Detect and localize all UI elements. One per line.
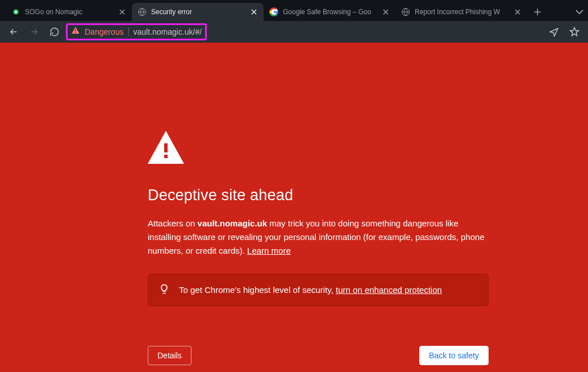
body-prefix: Attackers on (148, 218, 198, 228)
send-icon[interactable] (545, 23, 563, 41)
svg-point-2 (15, 11, 17, 13)
details-button[interactable]: Details (148, 346, 191, 365)
url-text: vault.nomagic.uk/#/ (134, 27, 202, 36)
body-domain: vault.nomagic.uk (198, 218, 268, 228)
globe-icon (137, 7, 147, 16)
banner-prefix: To get Chrome's highest level of securit… (179, 285, 336, 295)
new-tab-button[interactable] (529, 4, 545, 20)
warning-triangle-icon (148, 131, 489, 166)
tab-title: Report Incorrect Phishing W (415, 8, 509, 16)
reload-button[interactable] (45, 23, 64, 41)
tab-bar: SOGo on Nomagic Security error Google Sa… (0, 0, 588, 21)
tab-security-error[interactable]: Security error (132, 3, 264, 21)
forward-button[interactable] (25, 23, 43, 41)
tab-sogo[interactable]: SOGo on Nomagic (6, 3, 132, 21)
favicon-icon (11, 7, 20, 16)
tab-title: Google Safe Browsing – Goo (283, 8, 377, 16)
svg-rect-9 (164, 155, 168, 158)
tab-safe-browsing[interactable]: Google Safe Browsing – Goo (264, 3, 395, 21)
all-tabs-button[interactable] (571, 3, 588, 21)
learn-more-link[interactable]: Learn more (247, 246, 291, 255)
separator (128, 27, 129, 36)
banner-text: To get Chrome's highest level of securit… (179, 285, 442, 295)
back-button[interactable] (5, 23, 23, 41)
bookmark-icon[interactable] (565, 23, 583, 41)
interstitial-body: Attackers on vault.nomagic.uk may trick … (148, 217, 489, 258)
back-to-safety-button[interactable]: Back to safety (419, 346, 489, 365)
google-icon (269, 7, 278, 16)
close-icon[interactable] (118, 8, 126, 16)
toolbar: Dangerous vault.nomagic.uk/#/ (0, 21, 588, 43)
close-icon[interactable] (250, 8, 258, 16)
close-icon[interactable] (382, 8, 390, 16)
enhanced-protection-link[interactable]: turn on enhanced protection (336, 285, 442, 295)
enhanced-protection-banner: To get Chrome's highest level of securit… (148, 274, 489, 306)
svg-rect-6 (75, 29, 76, 31)
danger-icon (71, 26, 80, 38)
interstitial-title: Deceptive site ahead (148, 187, 489, 204)
svg-rect-8 (164, 143, 168, 152)
omnibox[interactable]: Dangerous vault.nomagic.uk/#/ (66, 23, 207, 40)
tab-title: SOGo on Nomagic (25, 8, 114, 16)
dangerous-label: Dangerous (85, 27, 124, 36)
tab-report-phishing[interactable]: Report Incorrect Phishing W (395, 3, 527, 21)
lightbulb-icon (159, 283, 170, 296)
interstitial-content: Deceptive site ahead Attackers on vault.… (0, 43, 588, 372)
globe-icon (401, 7, 410, 16)
tab-title: Security error (151, 8, 245, 16)
svg-rect-7 (75, 32, 76, 33)
close-icon[interactable] (514, 8, 522, 16)
interstitial-actions: Details Back to safety (148, 346, 489, 365)
